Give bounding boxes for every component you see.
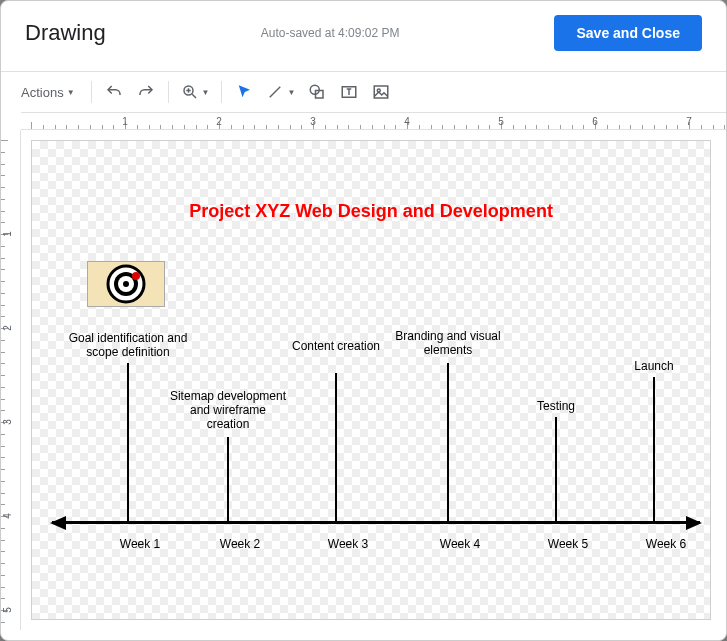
image-tool[interactable] xyxy=(367,78,395,106)
chevron-down-icon: ▼ xyxy=(287,88,295,97)
separator xyxy=(91,81,92,103)
svg-point-16 xyxy=(132,272,140,280)
milestone-label[interactable]: Branding and visual elements xyxy=(388,329,508,357)
week-label-2[interactable]: Week 2 xyxy=(220,537,260,551)
svg-line-4 xyxy=(270,87,281,98)
week-label-1[interactable]: Week 1 xyxy=(120,537,160,551)
week-label-4[interactable]: Week 4 xyxy=(440,537,480,551)
milestone-label[interactable]: Testing xyxy=(496,399,616,413)
milestone-connector[interactable] xyxy=(447,363,449,521)
milestone-connector[interactable] xyxy=(555,417,557,521)
milestone-label[interactable]: Content creation xyxy=(276,339,396,353)
svg-point-15 xyxy=(123,281,129,287)
milestone-label[interactable]: Goal identification and scope definition xyxy=(68,331,188,359)
shape-icon xyxy=(308,83,326,101)
redo-button[interactable] xyxy=(132,78,160,106)
chevron-down-icon: ▼ xyxy=(67,88,75,97)
autosave-status: Auto-saved at 4:09:02 PM xyxy=(261,26,400,40)
ruler-horizontal: 12345678 xyxy=(21,112,726,130)
shape-tool[interactable] xyxy=(303,78,331,106)
separator xyxy=(221,81,222,103)
drawing-dialog: Drawing Auto-saved at 4:09:02 PM Save an… xyxy=(0,0,727,641)
separator xyxy=(168,81,169,103)
dartboard-icon xyxy=(106,264,146,304)
canvas-scroll-area[interactable]: Project XYZ Web Design and Development G… xyxy=(21,130,726,630)
cursor-icon xyxy=(235,83,253,101)
undo-icon xyxy=(105,83,123,101)
svg-rect-10 xyxy=(375,86,389,98)
line-icon xyxy=(266,83,284,101)
redo-icon xyxy=(137,83,155,101)
svg-line-1 xyxy=(192,94,196,98)
textbox-tool[interactable] xyxy=(335,78,363,106)
milestone-connector[interactable] xyxy=(653,377,655,521)
actions-menu[interactable]: Actions ▼ xyxy=(13,78,83,106)
dartboard-image[interactable] xyxy=(87,261,165,307)
week-label-6[interactable]: Week 6 xyxy=(646,537,686,551)
milestone-label[interactable]: Launch xyxy=(594,359,714,373)
milestone-connector[interactable] xyxy=(227,437,229,521)
milestone-connector[interactable] xyxy=(127,363,129,521)
drawing-canvas[interactable]: Project XYZ Web Design and Development G… xyxy=(31,140,711,620)
week-label-3[interactable]: Week 3 xyxy=(328,537,368,551)
dialog-title: Drawing xyxy=(25,20,106,46)
zoom-menu[interactable]: ▼ xyxy=(177,78,214,106)
textbox-icon xyxy=(340,83,358,101)
project-title-text[interactable]: Project XYZ Web Design and Development xyxy=(32,201,710,222)
chevron-down-icon: ▼ xyxy=(202,88,210,97)
zoom-icon xyxy=(181,83,199,101)
ruler-vertical: 123456 xyxy=(1,130,21,630)
milestone-connector[interactable] xyxy=(335,373,337,521)
actions-label: Actions xyxy=(21,85,64,100)
save-and-close-button[interactable]: Save and Close xyxy=(554,15,702,51)
week-label-5[interactable]: Week 5 xyxy=(548,537,588,551)
timeline-arrow[interactable] xyxy=(52,521,700,524)
select-tool[interactable] xyxy=(230,78,258,106)
line-tool[interactable]: ▼ xyxy=(262,78,299,106)
title-bar: Drawing Auto-saved at 4:09:02 PM Save an… xyxy=(1,1,726,71)
toolbar: Actions ▼ ▼ ▼ xyxy=(1,72,726,112)
workspace: 123456 Project XYZ Web Design and Develo… xyxy=(1,130,726,630)
undo-button[interactable] xyxy=(100,78,128,106)
image-icon xyxy=(372,83,390,101)
milestone-label[interactable]: Sitemap development and wireframe creati… xyxy=(168,389,288,431)
